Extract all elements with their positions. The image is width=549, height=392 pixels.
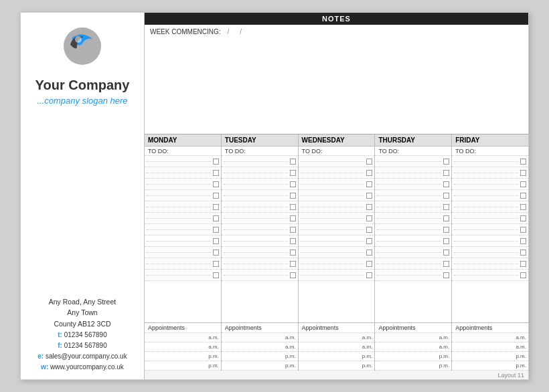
checkbox[interactable] — [213, 159, 219, 165]
checkbox[interactable] — [366, 159, 372, 165]
checkbox[interactable] — [290, 261, 296, 267]
todo-rows-thursday — [375, 156, 451, 322]
appt-row: a.m. — [222, 333, 298, 342]
checkbox[interactable] — [520, 250, 526, 256]
checkbox[interactable] — [366, 272, 372, 278]
address-area: Any Road, Any Street Any Town County AB1… — [37, 296, 127, 373]
table-row — [452, 247, 528, 258]
checkbox[interactable] — [443, 215, 449, 221]
checkbox[interactable] — [443, 181, 449, 187]
appt-label-tuesday: Appointments — [222, 323, 298, 333]
table-row — [375, 167, 451, 179]
checkbox[interactable] — [213, 250, 219, 256]
web-value: www.yourcompany.co.uk — [50, 363, 124, 371]
day-header-thursday: THURSDAY — [375, 134, 451, 146]
table-row — [145, 179, 221, 190]
day-col-wednesday: WEDNESDAY TO DO: — [299, 134, 376, 371]
checkbox[interactable] — [366, 204, 372, 210]
table-row — [452, 224, 528, 235]
checkbox[interactable] — [443, 159, 449, 165]
table-row — [452, 156, 528, 167]
checkbox[interactable] — [213, 204, 219, 210]
checkbox[interactable] — [290, 204, 296, 210]
logo-area: Your Company ...company slogan here — [35, 25, 130, 106]
email-line: e: sales@your.company.co.uk — [37, 351, 127, 362]
checkbox[interactable] — [213, 193, 219, 199]
notes-body[interactable] — [145, 37, 528, 134]
checkbox[interactable] — [443, 250, 449, 256]
checkbox[interactable] — [290, 170, 296, 176]
checkbox[interactable] — [366, 170, 372, 176]
checkbox[interactable] — [366, 215, 372, 221]
week-slash2: / — [240, 28, 242, 35]
checkbox[interactable] — [366, 261, 372, 267]
table-row — [452, 179, 528, 190]
appt-row: p.m. — [145, 352, 221, 361]
main-content: NOTES WEEK COMMENCING: / / MONDAY TO DO: — [145, 13, 528, 379]
checkbox[interactable] — [213, 272, 219, 278]
table-row — [299, 258, 375, 270]
table-row — [222, 258, 298, 270]
checkbox[interactable] — [520, 227, 526, 233]
appt-area-tuesday: Appointments a.m. a.m. p.m. p.m. — [222, 322, 298, 371]
checkbox[interactable] — [366, 181, 372, 187]
checkbox[interactable] — [290, 215, 296, 221]
table-row — [145, 167, 221, 179]
email-label: e: — [37, 353, 44, 360]
checkbox[interactable] — [290, 159, 296, 165]
checkbox[interactable] — [443, 227, 449, 233]
table-row — [145, 201, 221, 213]
appt-row: a.m. — [375, 342, 451, 352]
day-header-wednesday: WEDNESDAY — [299, 134, 375, 146]
checkbox[interactable] — [213, 238, 219, 244]
checkbox[interactable] — [366, 193, 372, 199]
layout-label: Layout 11 — [145, 371, 528, 379]
table-row — [145, 247, 221, 258]
table-row — [222, 213, 298, 224]
table-row — [375, 179, 451, 190]
checkbox[interactable] — [443, 238, 449, 244]
table-row — [299, 167, 375, 179]
checkbox[interactable] — [366, 238, 372, 244]
checkbox[interactable] — [366, 250, 372, 256]
checkbox[interactable] — [443, 261, 449, 267]
appt-row: p.m. — [375, 352, 451, 361]
checkbox[interactable] — [520, 261, 526, 267]
checkbox[interactable] — [213, 215, 219, 221]
checkbox[interactable] — [520, 159, 526, 165]
checkbox[interactable] — [443, 272, 449, 278]
checkbox[interactable] — [290, 181, 296, 187]
checkbox[interactable] — [213, 261, 219, 267]
checkbox[interactable] — [290, 250, 296, 256]
appt-row: p.m. — [222, 361, 298, 371]
tel-label: t: — [58, 331, 62, 338]
checkbox[interactable] — [520, 272, 526, 278]
checkbox[interactable] — [520, 170, 526, 176]
checkbox[interactable] — [520, 181, 526, 187]
checkbox[interactable] — [213, 170, 219, 176]
appt-area-thursday: Appointments a.m. a.m. p.m. p.m. — [375, 322, 451, 371]
table-row — [222, 190, 298, 201]
checkbox[interactable] — [213, 181, 219, 187]
checkbox[interactable] — [443, 170, 449, 176]
checkbox[interactable] — [520, 204, 526, 210]
table-row — [375, 224, 451, 235]
checkbox[interactable] — [443, 204, 449, 210]
appt-row: p.m. — [375, 361, 451, 371]
checkbox[interactable] — [520, 193, 526, 199]
day-header-friday: FRIDAY — [452, 134, 528, 146]
table-row — [145, 235, 221, 247]
web-label: w: — [41, 363, 48, 371]
checkbox[interactable] — [213, 227, 219, 233]
company-logo — [58, 25, 106, 73]
checkbox[interactable] — [290, 227, 296, 233]
checkbox[interactable] — [443, 193, 449, 199]
table-row — [222, 247, 298, 258]
table-row — [222, 235, 298, 247]
checkbox[interactable] — [366, 227, 372, 233]
checkbox[interactable] — [520, 238, 526, 244]
checkbox[interactable] — [290, 238, 296, 244]
checkbox[interactable] — [290, 193, 296, 199]
checkbox[interactable] — [520, 215, 526, 221]
checkbox[interactable] — [290, 272, 296, 278]
